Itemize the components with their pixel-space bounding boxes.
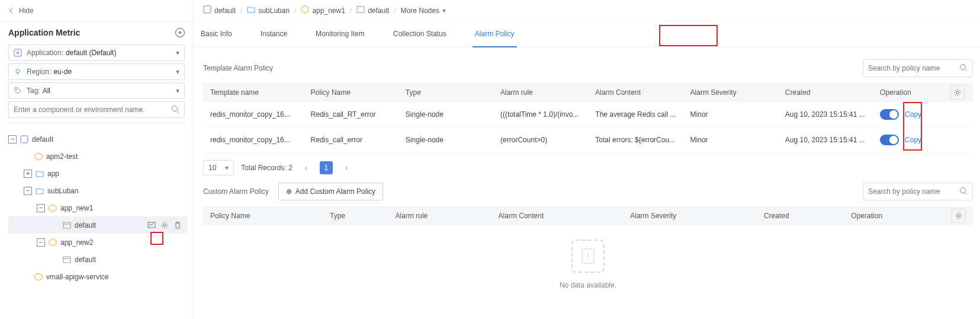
breadcrumb-seg[interactable]: app_new1 (301, 5, 345, 15)
svg-point-7 (163, 224, 166, 226)
th-template-name: Template name (203, 83, 304, 102)
svg-text:!: ! (587, 251, 589, 261)
tree-item-selected[interactable]: default (8, 216, 187, 234)
copy-link[interactable]: Copy (905, 136, 921, 144)
tag-icon (14, 87, 22, 95)
tree-item[interactable]: vmall-apigw-service (8, 268, 187, 285)
table-settings-button[interactable] (950, 85, 965, 100)
collapse-icon[interactable]: − (24, 187, 32, 195)
tree-label: apm2-test (46, 152, 78, 161)
tree-item[interactable]: − app_new2 (8, 234, 187, 251)
search-icon[interactable] (959, 187, 968, 197)
next-page-button[interactable]: › (340, 161, 353, 174)
custom-alarm-panel: Custom Alarm Policy ⊕ Add Custom Alarm P… (194, 176, 980, 295)
trash-icon[interactable] (172, 219, 184, 231)
search-icon[interactable] (171, 105, 179, 115)
custom-search[interactable] (863, 183, 973, 200)
tree-label: app (47, 170, 59, 178)
svg-point-12 (956, 91, 959, 94)
th-type: Type (323, 206, 388, 225)
th-created: Created (757, 206, 844, 225)
enable-toggle[interactable] (880, 135, 899, 145)
application-select[interactable]: Application: default (Default) ▾ (8, 44, 185, 61)
tree-item[interactable]: − app_new1 (8, 199, 187, 216)
chevron-down-icon: ▾ (442, 7, 446, 15)
tree-label: default (75, 221, 96, 229)
tab-monitoring-item[interactable]: Monitoring Item (313, 30, 367, 47)
region-label: Region: (27, 68, 51, 76)
cube-icon (49, 238, 57, 247)
tag-select[interactable]: Tag: All ▾ (8, 82, 185, 99)
collapse-icon[interactable]: − (37, 238, 45, 247)
monitor-icon[interactable] (146, 219, 158, 231)
page-size-value: 10 (208, 164, 216, 172)
add-metric-button[interactable]: + (175, 28, 185, 37)
breadcrumb-seg[interactable]: subLuban (247, 6, 290, 15)
breadcrumb-label: subLuban (258, 7, 290, 15)
folder-icon (36, 187, 44, 195)
tree-item[interactable]: apm2-test (8, 148, 187, 165)
prev-page-button[interactable]: ‹ (300, 161, 313, 174)
application-value: default (Default) (66, 49, 116, 57)
divider (8, 123, 185, 123)
tab-instance[interactable]: Instance (258, 30, 290, 47)
enable-toggle[interactable] (880, 109, 899, 120)
template-search[interactable] (863, 59, 973, 77)
th-alarm-content: Alarm Content (588, 83, 683, 102)
sidebar-search[interactable] (8, 101, 185, 118)
env-icon (63, 221, 71, 229)
tree-item[interactable]: − subLuban (8, 182, 187, 199)
collapse-icon[interactable]: − (8, 135, 17, 143)
tree-item[interactable]: + app (8, 165, 187, 182)
application-label: Application: (27, 49, 63, 57)
sidebar-header: Application Metric + (0, 21, 193, 42)
hide-sidebar-button[interactable]: Hide (0, 0, 193, 21)
application-icon (14, 49, 22, 57)
chevron-down-icon: ▾ (176, 68, 179, 76)
collapse-icon[interactable]: − (37, 204, 45, 212)
th-policy-name: Policy Name (304, 83, 399, 102)
breadcrumb-seg[interactable]: default (203, 5, 236, 15)
main: default / subLuban / app_new1 / default … (194, 0, 980, 319)
th-alarm-content: Alarm Content (491, 206, 624, 225)
region-select[interactable]: Region: eu-de ▾ (8, 63, 185, 80)
tree-item[interactable]: default (8, 251, 187, 268)
page-size-select[interactable]: 10 ▾ (203, 160, 234, 176)
separator: / (394, 7, 396, 15)
sidebar-title: Application Metric (8, 28, 80, 37)
svg-rect-5 (63, 222, 70, 228)
chevron-down-icon: ▾ (176, 87, 179, 95)
th-alarm-severity: Alarm Severity (683, 83, 778, 102)
tabs: Basic Info Instance Monitoring Item Coll… (194, 30, 980, 47)
cell-template: redis_monitor_copy_16... (203, 102, 304, 127)
chevron-left-icon (8, 7, 15, 14)
expand-icon[interactable]: + (24, 170, 32, 178)
sidebar-search-input[interactable] (14, 106, 171, 114)
template-search-input[interactable] (868, 64, 959, 72)
breadcrumb-seg[interactable]: default (356, 6, 389, 15)
template-alarm-panel: Template Alarm Policy Template name Poli… (194, 47, 980, 176)
current-page[interactable]: 1 (320, 161, 333, 174)
sidebar: Hide Application Metric + Application: d… (0, 0, 194, 319)
tree-root[interactable]: − default (8, 130, 187, 148)
table-settings-button[interactable] (952, 209, 966, 223)
tree-label: default (75, 256, 96, 264)
custom-search-input[interactable] (868, 187, 959, 196)
tab-collection-status[interactable]: Collection Status (391, 30, 449, 47)
breadcrumb-more[interactable]: More Nodes ▾ (401, 7, 446, 15)
svg-point-11 (960, 64, 966, 69)
tab-basic-info[interactable]: Basic Info (198, 30, 234, 47)
chevron-down-icon: ▾ (225, 164, 229, 172)
add-custom-policy-button[interactable]: ⊕ Add Custom Alarm Policy (278, 183, 383, 200)
tree-label: vmall-apigw-service (46, 273, 108, 281)
cube-icon (301, 5, 309, 15)
tag-value: All (43, 87, 50, 95)
breadcrumb-more-label: More Nodes (401, 7, 439, 15)
panel-title: Template Alarm Policy (203, 64, 273, 72)
breadcrumb-label: app_new1 (312, 7, 345, 15)
gear-icon[interactable] (159, 219, 171, 231)
search-icon[interactable] (959, 63, 968, 74)
tab-alarm-policy[interactable]: Alarm Policy (473, 30, 517, 47)
copy-link[interactable]: Copy (905, 110, 921, 119)
svg-rect-10 (357, 7, 364, 12)
